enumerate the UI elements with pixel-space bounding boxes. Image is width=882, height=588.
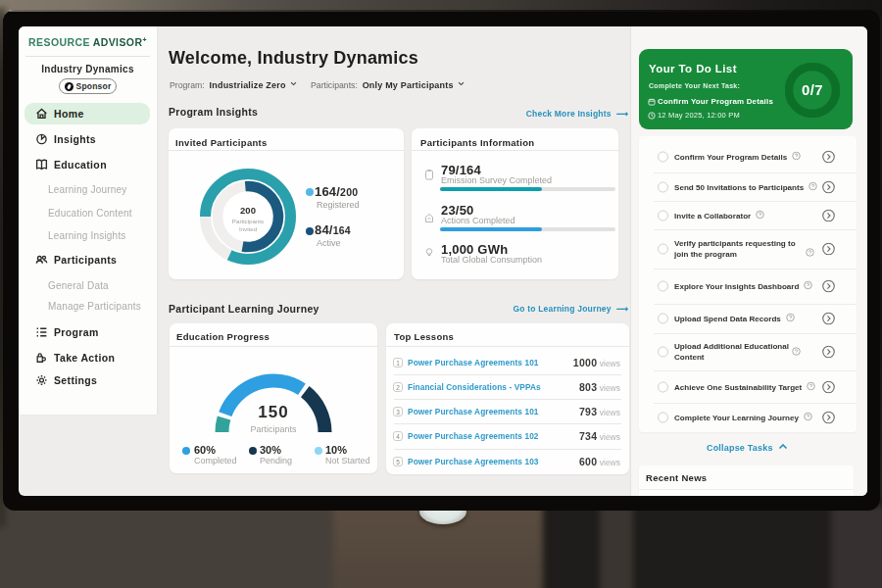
svg-text:150: 150 bbox=[258, 403, 288, 421]
svg-text:200: 200 bbox=[240, 205, 256, 216]
svg-text:Participants: Participants bbox=[232, 218, 264, 224]
svg-text:Invited: Invited bbox=[239, 225, 258, 232]
